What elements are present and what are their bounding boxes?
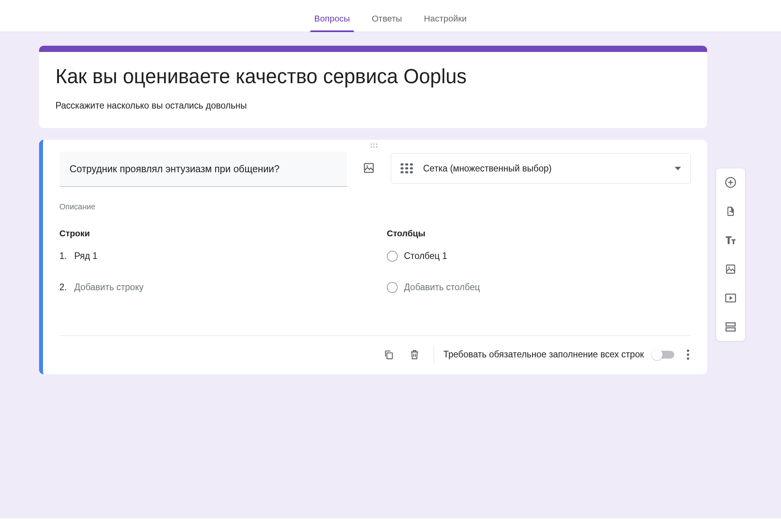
svg-rect-0 [365,164,374,173]
svg-rect-4 [727,265,735,273]
rows-column: Строки 1. Ряд 1 2. Добавить строку [59,229,363,312]
rows-header: Строки [59,229,363,239]
row-item[interactable]: 1. Ряд 1 [59,250,363,263]
import-questions-button[interactable] [724,204,738,218]
svg-point-5 [728,267,730,268]
section-icon [725,322,736,332]
add-col-label: Добавить столбец [404,282,480,293]
plus-circle-icon [725,177,736,188]
col-label: Столбец 1 [404,251,447,261]
add-question-button[interactable] [724,175,738,189]
cols-column: Столбцы Столбец 1 Добавить столбец [387,229,691,312]
chevron-down-icon [675,167,681,170]
svg-rect-2 [387,353,392,359]
duplicate-button[interactable] [383,349,395,361]
question-type-select[interactable]: Сетка (множественный выбор) [391,153,691,184]
row-label: Ряд 1 [74,251,98,261]
question-title-text: Сотрудник проявлял энтузиазм при общении… [70,162,337,176]
form-title[interactable]: Как вы оцениваете качество сервиса Ooplu… [55,64,691,89]
drag-icon [370,143,380,148]
add-image-button-toolbar[interactable] [724,262,738,276]
svg-rect-8 [726,328,735,331]
question-card: Сотрудник проявлял энтузиазм при общении… [39,140,707,374]
col-item[interactable]: Столбец 1 [387,250,691,263]
question-footer: Требовать обязательное заполнение всех с… [59,336,691,374]
drag-handle[interactable] [43,140,707,152]
image-icon [363,162,375,174]
add-section-button[interactable] [724,320,738,334]
question-type-label: Сетка (множественный выбор) [423,163,665,174]
add-image-button[interactable] [358,157,380,179]
trash-icon [409,349,420,361]
video-icon [725,293,736,303]
svg-point-1 [366,165,368,167]
tab-settings[interactable]: Настройки [413,14,478,32]
radio-icon [387,282,398,293]
question-title-input[interactable]: Сотрудник проявлял энтузиазм при общении… [59,152,347,186]
import-icon [725,205,736,217]
cols-header: Столбцы [387,229,691,239]
tab-questions[interactable]: Вопросы [303,14,361,32]
delete-button[interactable] [409,349,420,361]
text-icon [725,235,736,245]
side-toolbar [716,168,745,341]
row-number: 1. [59,251,68,261]
form-header-card: Как вы оцениваете качество сервиса Ooplu… [39,46,707,128]
add-col-button[interactable]: Добавить столбец [387,281,691,294]
add-video-button[interactable] [724,291,738,305]
grid-icon [400,163,414,173]
required-toggle-label: Требовать обязательное заполнение всех с… [443,349,644,360]
add-title-button[interactable] [724,233,738,247]
tab-answers[interactable]: Ответы [361,14,413,32]
toggle-knob [652,349,663,360]
add-row-number: 2. [59,282,68,293]
editor-tabs: Вопросы Ответы Настройки [0,0,781,32]
form-description[interactable]: Расскажите насколько вы остались довольн… [55,100,691,111]
required-toggle[interactable] [652,351,674,359]
more-options-button[interactable] [685,348,691,361]
radio-icon [387,251,398,262]
add-row-button[interactable]: 2. Добавить строку [59,281,363,294]
add-row-label: Добавить строку [74,282,143,293]
copy-icon [383,349,394,360]
svg-rect-7 [726,323,735,326]
question-description-input[interactable]: Описание [43,187,707,211]
image-icon [725,264,736,275]
footer-divider [434,345,434,364]
